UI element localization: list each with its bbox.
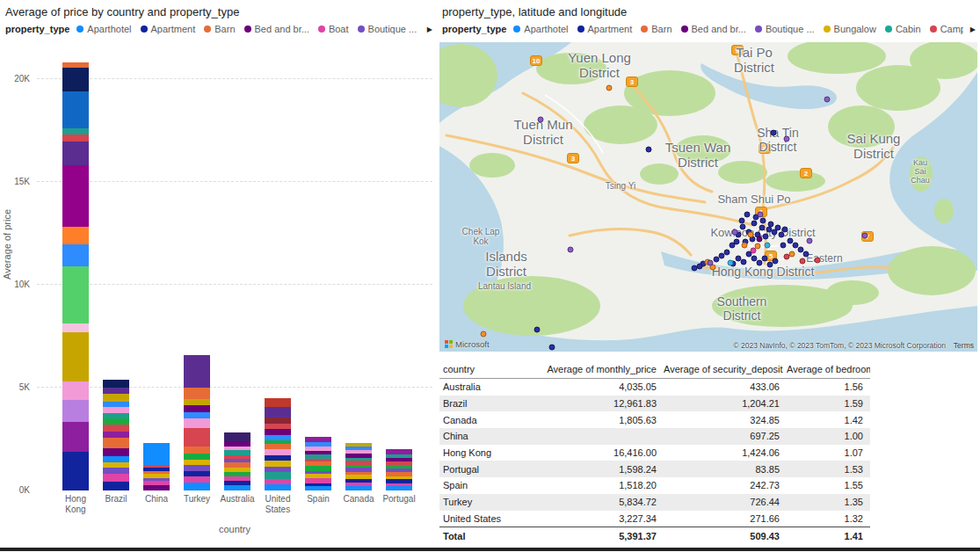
map-data-point[interactable] (765, 243, 771, 249)
map-data-point[interactable] (741, 259, 747, 265)
bar-segment[interactable] (265, 484, 291, 490)
bar-segment[interactable] (62, 244, 89, 266)
bar-segment[interactable] (265, 449, 291, 455)
map-data-point[interactable] (771, 130, 777, 136)
map-data-point[interactable] (730, 243, 736, 249)
bar-segment[interactable] (345, 486, 372, 490)
bar-segment[interactable] (103, 448, 129, 456)
table-header-average-of-bedrooms[interactable]: Average of bedrooms (787, 364, 870, 374)
map-data-point[interactable] (736, 256, 742, 262)
bar-segment[interactable] (62, 400, 89, 422)
bar-spain[interactable] (305, 437, 331, 490)
bar-segment[interactable] (265, 461, 291, 467)
map-data-point[interactable] (697, 264, 703, 270)
map-terms-link[interactable]: Terms (954, 341, 974, 350)
bar-segment[interactable] (265, 407, 291, 418)
map-data-point[interactable] (481, 331, 487, 338)
legend-item-boat[interactable]: Boat (318, 24, 349, 34)
table-row-hong-kong[interactable]: Hong Kong16,416.001,424.061.07 (439, 445, 870, 461)
bar-segment[interactable] (62, 68, 89, 91)
map-data-point[interactable] (759, 225, 766, 231)
map-data-point[interactable] (762, 256, 768, 262)
table-row-australia[interactable]: Australia4,035.05433.061.56 (439, 379, 870, 396)
map-data-point[interactable] (757, 260, 763, 266)
bar-segment[interactable] (62, 323, 89, 331)
map-data-point[interactable] (724, 250, 730, 256)
map-data-point[interactable] (862, 233, 868, 239)
table-row-brazil[interactable]: Brazil12,961.831,204.211.59 (439, 396, 870, 412)
legend-item-boutique[interactable]: Boutique ... (755, 24, 815, 34)
bar-brazil[interactable] (103, 380, 129, 490)
map-data-point[interactable] (719, 253, 725, 259)
bar-china[interactable] (143, 443, 170, 490)
bar-turkey[interactable] (184, 355, 210, 490)
map-data-point[interactable] (748, 232, 754, 238)
bar-segment[interactable] (184, 418, 210, 428)
bar-segment[interactable] (265, 418, 291, 424)
legend-scroll-right-icon[interactable]: ▶ (970, 25, 976, 33)
bar-segment[interactable] (62, 266, 89, 324)
table-header-average-of-monthly-price[interactable]: Average of monthly_price (532, 364, 664, 374)
map-data-point[interactable] (742, 243, 748, 249)
legend-item-bed-and-br[interactable]: Bed and br... (244, 24, 309, 34)
map-data-point[interactable] (760, 218, 766, 224)
bar-segment[interactable] (62, 227, 89, 244)
map-canvas[interactable]: 1039821753Yuen Long DistrictTai Po Distr… (439, 42, 977, 352)
bar-segment[interactable] (62, 142, 89, 165)
legend-item-apartment[interactable]: Apartment (141, 24, 196, 34)
table-row-turkey[interactable]: Turkey5,834.72726.441.35 (439, 494, 870, 511)
bar-segment[interactable] (184, 428, 210, 447)
bar-segment[interactable] (184, 355, 210, 388)
map-data-point[interactable] (815, 258, 821, 264)
bar-segment[interactable] (62, 134, 89, 142)
bar-canada[interactable] (345, 443, 372, 490)
map-data-point[interactable] (714, 257, 720, 263)
bar-segment[interactable] (62, 165, 89, 227)
map-data-point[interactable] (708, 260, 714, 266)
bar-segment[interactable] (305, 486, 331, 490)
bar-segment[interactable] (184, 412, 210, 418)
map-data-point[interactable] (758, 212, 764, 218)
bar-segment[interactable] (184, 483, 210, 490)
bar-segment[interactable] (103, 425, 129, 432)
map-data-point[interactable] (692, 265, 698, 272)
bar-segment[interactable] (184, 465, 210, 471)
bar-segment[interactable] (184, 399, 210, 405)
legend-item-camper[interactable]: Camper/... (930, 24, 963, 34)
bar-segment[interactable] (103, 407, 129, 413)
table-row-canada[interactable]: Canada1,805.63324.851.42 (439, 411, 870, 428)
bar-hong-kong[interactable] (62, 62, 89, 490)
map-data-point[interactable] (757, 236, 763, 243)
map-data-point[interactable] (740, 224, 746, 230)
table-row-china[interactable]: China697.251.00 (439, 428, 870, 445)
map-data-point[interactable] (800, 258, 806, 265)
bar-segment[interactable] (103, 380, 129, 388)
map-data-point[interactable] (751, 248, 757, 254)
map-data-point[interactable] (549, 345, 555, 351)
bar-segment[interactable] (103, 432, 129, 438)
bar-australia[interactable] (224, 432, 250, 490)
bar-portugal[interactable] (386, 449, 412, 490)
bar-segment[interactable] (103, 468, 129, 474)
table-row-spain[interactable]: Spain1,518.20242.731.55 (439, 477, 870, 494)
table-row-portugal[interactable]: Portugal1,598.2483.851.53 (439, 461, 870, 477)
legend-item-aparthotel[interactable]: Aparthotel (513, 24, 568, 34)
legend-item-bungalow[interactable]: Bungalow (824, 24, 876, 34)
map-data-point[interactable] (789, 251, 795, 258)
bar-segment[interactable] (62, 422, 89, 452)
map-data-point[interactable] (782, 227, 788, 233)
bar-segment[interactable] (103, 456, 129, 462)
table-header-country[interactable]: country (439, 364, 532, 374)
map-data-point[interactable] (534, 327, 541, 333)
bar-segment[interactable] (103, 482, 129, 491)
bar-segment[interactable] (184, 476, 210, 483)
map-data-point[interactable] (606, 85, 613, 91)
map-data-point[interactable] (807, 238, 813, 244)
map-data-point[interactable] (779, 232, 785, 238)
map-data-point[interactable] (728, 260, 734, 266)
map-data-point[interactable] (751, 221, 758, 227)
bar-segment[interactable] (62, 452, 89, 491)
bar-segment[interactable] (386, 486, 412, 490)
bar-segment[interactable] (103, 474, 129, 481)
map-data-point[interactable] (744, 212, 751, 218)
